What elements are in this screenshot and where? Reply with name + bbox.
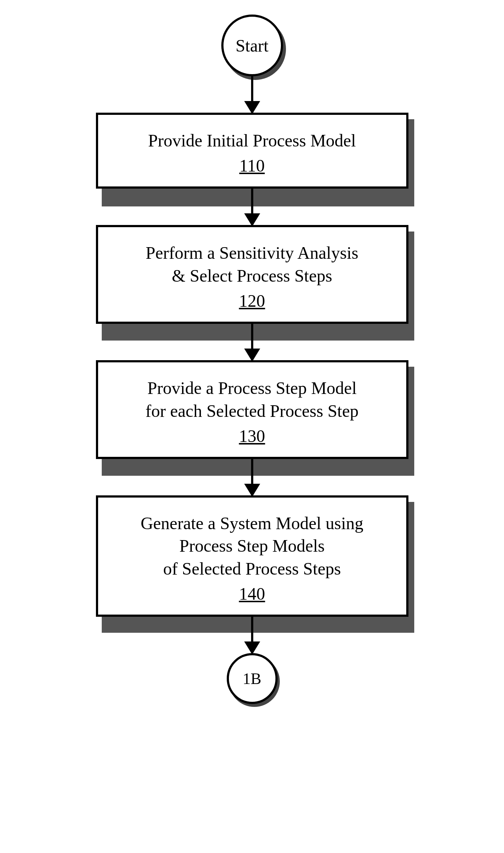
step-110-wrap: Provide Initial Process Model 110 bbox=[96, 113, 408, 189]
step-130-text: Provide a Process Step Modelfor each Sel… bbox=[109, 377, 395, 422]
end-label: 1B bbox=[243, 669, 261, 688]
arrow-5 bbox=[251, 617, 253, 653]
arrow-4 bbox=[251, 459, 253, 495]
step-120-text: Perform a Sensitivity Analysis& Select P… bbox=[109, 242, 395, 287]
arrow-3 bbox=[251, 324, 253, 360]
end-circle: 1B bbox=[227, 653, 278, 704]
step-110-box: Provide Initial Process Model 110 bbox=[96, 113, 408, 189]
step-110-text: Provide Initial Process Model bbox=[109, 129, 395, 152]
flowchart: Start Provide Initial Process Model 110 … bbox=[89, 15, 416, 704]
step-140-text: Generate a System Model usingProcess Ste… bbox=[109, 512, 395, 580]
start-label: Start bbox=[235, 36, 269, 56]
step-130-num: 130 bbox=[239, 426, 265, 446]
start-node: Start bbox=[221, 15, 283, 76]
step-120-box: Perform a Sensitivity Analysis& Select P… bbox=[96, 225, 408, 324]
step-120-num: 120 bbox=[239, 291, 265, 311]
step-130-wrap: Provide a Process Step Modelfor each Sel… bbox=[96, 360, 408, 459]
step-120-wrap: Perform a Sensitivity Analysis& Select P… bbox=[96, 225, 408, 324]
arrow-1 bbox=[251, 76, 253, 113]
step-140-num: 140 bbox=[239, 584, 265, 604]
start-circle: Start bbox=[221, 15, 283, 76]
step-140-wrap: Generate a System Model usingProcess Ste… bbox=[96, 495, 408, 617]
end-node: 1B bbox=[227, 653, 278, 704]
step-140-box: Generate a System Model usingProcess Ste… bbox=[96, 495, 408, 617]
arrow-2 bbox=[251, 189, 253, 225]
step-130-box: Provide a Process Step Modelfor each Sel… bbox=[96, 360, 408, 459]
step-110-num: 110 bbox=[239, 156, 265, 176]
